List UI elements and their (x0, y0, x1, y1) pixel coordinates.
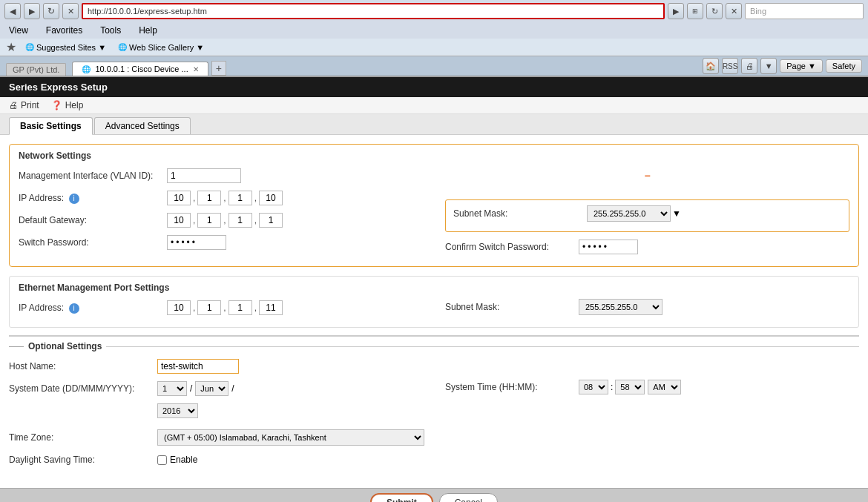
dst-checkbox[interactable] (157, 455, 167, 465)
menu-tools[interactable]: Tools (97, 24, 124, 37)
ip-oct4[interactable] (259, 191, 283, 205)
time-label: System Time (HH:MM): (445, 382, 579, 392)
cancel-button[interactable]: Cancel (439, 493, 498, 502)
eth-ip-info-icon[interactable]: i (69, 303, 79, 314)
confirm-pw-row: Confirm Switch Password: (445, 238, 849, 256)
gw-label: Default Gateway: (19, 215, 167, 225)
gw-row: Default Gateway: , , , (19, 211, 423, 229)
print-button[interactable]: 🖨 Print (9, 100, 39, 110)
form-area: Network Settings Management Interface (V… (0, 135, 868, 482)
prev-tab[interactable]: GP (Pvt) Ltd. (6, 63, 66, 76)
ip-oct2[interactable] (197, 191, 221, 205)
gw-oct4[interactable] (259, 213, 283, 228)
address-text: http://10.0.0.1/express-setup.htm (88, 7, 207, 16)
forward-button[interactable]: ▶ (24, 3, 40, 19)
confirm-pw-label: Confirm Switch Password: (445, 242, 579, 252)
network-settings-section: Network Settings Management Interface (V… (9, 144, 859, 267)
tz-label: Time Zone: (9, 432, 157, 443)
minus-indicator: − (445, 167, 849, 185)
close-tab-btn[interactable]: ✕ (726, 3, 742, 19)
print-dropdown[interactable]: ▼ (760, 58, 777, 74)
vlan-value (167, 168, 241, 183)
refresh-button[interactable]: ↻ (43, 3, 59, 19)
hostname-input[interactable] (157, 359, 239, 374)
eth-section: Ethernet Management Port Settings IP Add… (9, 276, 859, 328)
vlan-input[interactable] (167, 168, 241, 183)
dst-label: Daylight Saving Time: (9, 455, 157, 465)
network-settings-title: Network Settings (19, 151, 849, 161)
current-tab[interactable]: 🌐 10.0.0.1 : Cisco Device ... ✕ (72, 62, 208, 76)
menu-view[interactable]: View (6, 24, 31, 37)
back-button[interactable]: ◀ (4, 3, 21, 19)
eth-full-row: IP Address: i , , , (19, 299, 849, 321)
eth-ip-value: , , , (167, 300, 283, 315)
eth-left-col: IP Address: i , , , (19, 299, 423, 321)
tz-row: Time Zone: (GMT + 05:00) Islamabad, Kara… (9, 429, 859, 446)
eth-right-col: Subnet Mask: 255.255.255.0 255.255.255.1… (423, 299, 849, 315)
web-slice-gallery[interactable]: 🌐 Web Slice Gallery ▼ (115, 42, 207, 53)
eth-ip-oct1[interactable] (167, 300, 191, 315)
home-button[interactable]: 🏠 (703, 58, 719, 74)
new-tab-button[interactable]: + (211, 61, 226, 76)
favorites-bar: ★ 🌐 Suggested Sites ▼ 🌐 Web Slice Galler… (0, 39, 868, 56)
tab-close-icon[interactable]: ✕ (193, 65, 199, 73)
date-month-select[interactable]: JanFebMarAprMay JunJulAugSep OctNovDec (195, 381, 228, 396)
ip-value: , , , (167, 191, 283, 205)
stop-button[interactable]: ✕ (62, 3, 79, 19)
search-input[interactable]: Bing (745, 3, 864, 19)
date-row: System Date (DD/MMM/YYYY): 123153031 / J… (9, 380, 423, 397)
hostname-row: Host Name: (9, 357, 859, 375)
time-hour-select[interactable]: 0102030405 06070809 101112 (579, 380, 608, 394)
submit-button[interactable]: Submit (370, 493, 433, 502)
help-button[interactable]: ❓ Help (51, 100, 84, 110)
confirm-pw-input[interactable] (579, 240, 638, 254)
eth-title: Ethernet Management Port Settings (19, 283, 849, 293)
tz-select[interactable]: (GMT + 05:00) Islamabad, Karachi, Tashke… (157, 429, 424, 446)
page-header: Series Express Setup (0, 77, 868, 97)
tab-advanced-settings[interactable]: Advanced Settings (94, 117, 191, 134)
eth-subnet-select[interactable]: 255.255.255.0 255.255.255.128 255.255.25… (579, 299, 662, 315)
eth-ip-oct2[interactable] (197, 300, 221, 315)
address-input[interactable]: http://10.0.0.1/express-setup.htm (82, 3, 665, 19)
date-day-select[interactable]: 123153031 (157, 381, 187, 396)
network-right-col: − Subnet Mask: 255.255.255.0 255.255.255… (423, 167, 849, 260)
date-year-select[interactable]: 2015201620172018 (157, 403, 198, 418)
search-placeholder: Bing (750, 7, 766, 16)
subnet-select[interactable]: 255.255.255.0 255.255.255.128 255.255.25… (587, 205, 671, 222)
hostname-label: Host Name: (9, 361, 157, 371)
vlan-row: Management Interface (VLAN ID): (19, 167, 423, 185)
eth-ip-oct4[interactable] (259, 300, 283, 315)
time-min-select[interactable]: 0015304558 (615, 380, 645, 394)
ip-oct1[interactable] (167, 191, 191, 205)
refresh-btn2[interactable]: ↻ (706, 3, 723, 19)
gw-oct1[interactable] (167, 213, 191, 228)
nav-go-button[interactable]: ▶ (668, 3, 684, 19)
suggested-sites[interactable]: 🌐 Suggested Sites ▼ (22, 42, 109, 53)
tab-label: 10.0.0.1 : Cisco Device ... (95, 65, 188, 73)
browser-chrome: ◀ ▶ ↻ ✕ http://10.0.0.1/express-setup.ht… (0, 0, 868, 77)
address-bar-row: ◀ ▶ ↻ ✕ http://10.0.0.1/express-setup.ht… (0, 0, 868, 22)
printer-icon: 🖨 (9, 100, 18, 110)
pw-row: Switch Password: (19, 234, 423, 251)
bottom-bar: Submit Cancel (0, 488, 868, 502)
safety-button[interactable]: Safety (826, 59, 862, 73)
help-icon: ❓ (51, 100, 62, 110)
print-browser-button[interactable]: 🖨 (741, 58, 757, 74)
eth-ip-label: IP Address: i (19, 303, 167, 314)
time-ampm-select[interactable]: AMPM (648, 380, 681, 394)
pw-input[interactable] (167, 235, 226, 250)
network-full-row: Management Interface (VLAN ID): IP Addre… (19, 167, 849, 260)
menu-help[interactable]: Help (136, 24, 160, 37)
rss-button[interactable]: RSS (722, 58, 738, 74)
ip-info-icon[interactable]: i (69, 194, 79, 204)
gw-oct2[interactable] (197, 213, 221, 228)
page-title: Series Express Setup (9, 82, 108, 93)
eth-ip-oct3[interactable] (228, 300, 252, 315)
compat-button[interactable]: ⊞ (687, 3, 703, 19)
menu-favorites[interactable]: Favorites (43, 24, 85, 37)
ip-label: IP Address: i (19, 193, 167, 204)
ip-oct3[interactable] (228, 191, 252, 205)
page-button[interactable]: Page ▼ (780, 59, 823, 73)
gw-oct3[interactable] (228, 213, 252, 228)
tab-basic-settings[interactable]: Basic Settings (9, 117, 93, 135)
